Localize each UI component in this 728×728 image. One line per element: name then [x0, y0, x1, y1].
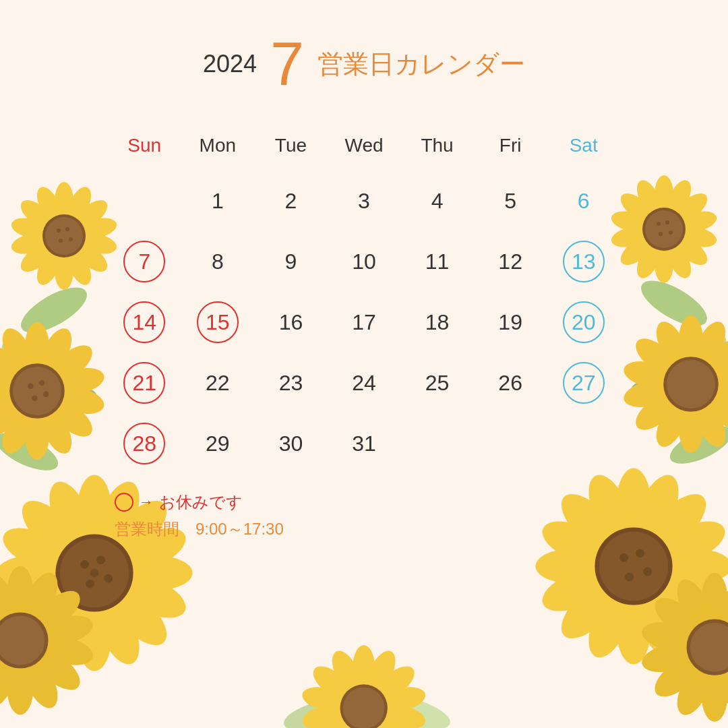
- cell-13: 13: [547, 234, 620, 289]
- svg-point-141: [619, 553, 628, 562]
- cell-9: 9: [254, 234, 328, 289]
- cell-25: 25: [400, 355, 474, 411]
- svg-point-64: [86, 580, 94, 588]
- cell-11: 11: [400, 234, 474, 289]
- header-sun: Sun: [108, 128, 181, 163]
- cell-1: 1: [181, 173, 255, 229]
- legend-hours: 営業時間 9:00～17:30: [115, 518, 620, 540]
- month-number: 7: [270, 34, 304, 94]
- cell-20: 20: [547, 295, 620, 350]
- calendar-weeks: - 1 2 3 4 5 6 7 8 9 10 11 12 13: [108, 173, 620, 471]
- svg-point-62: [80, 560, 89, 569]
- cell-empty2: -: [400, 416, 474, 471]
- svg-point-63: [96, 555, 105, 564]
- legend-circle-icon: [115, 493, 133, 512]
- week-4: 21 22 23 24 25 26 27: [108, 355, 620, 411]
- week-5: 28 29 30 31 - - -: [108, 416, 620, 471]
- page: 2024 7 営業日カレンダー Sun Mon Tue Wed Thu Fri …: [0, 0, 728, 728]
- legend-rest: → お休みです: [115, 491, 620, 513]
- day-headers: Sun Mon Tue Wed Thu Fri Sat: [108, 128, 620, 163]
- header: 2024 7 営業日カレンダー: [108, 34, 620, 94]
- cell-30: 30: [254, 416, 328, 471]
- cell-6: 6: [547, 173, 620, 229]
- svg-point-140: [599, 532, 668, 601]
- cell-empty: -: [108, 173, 181, 229]
- cell-29: 29: [181, 416, 255, 471]
- cell-3: 3: [328, 173, 401, 229]
- cell-8: 8: [181, 234, 255, 289]
- cell-empty3: -: [474, 416, 547, 471]
- week-1: - 1 2 3 4 5 6: [108, 173, 620, 229]
- cell-17: 17: [328, 295, 401, 350]
- cell-12: 12: [474, 234, 547, 289]
- calendar-grid: Sun Mon Tue Wed Thu Fri Sat - 1 2 3 4 5 …: [108, 128, 620, 471]
- cell-27: 27: [547, 355, 620, 411]
- cell-2: 2: [254, 173, 328, 229]
- header-wed: Wed: [328, 128, 401, 163]
- svg-point-178: [343, 687, 385, 728]
- cell-22: 22: [181, 355, 255, 411]
- cell-21: 21: [108, 355, 181, 411]
- cell-26: 26: [474, 355, 547, 411]
- cell-7: 7: [108, 234, 181, 289]
- svg-point-144: [643, 568, 652, 576]
- cell-15: 15: [181, 295, 255, 350]
- legend-hours-text: 営業時間 9:00～17:30: [115, 520, 284, 538]
- cell-28: 28: [108, 416, 181, 471]
- week-2: 7 8 9 10 11 12 13: [108, 234, 620, 289]
- cell-empty4: -: [547, 416, 620, 471]
- cell-14: 14: [108, 295, 181, 350]
- year: 2024: [203, 50, 257, 78]
- cell-23: 23: [254, 355, 328, 411]
- week-3: 14 15 16 17 18 19 20: [108, 295, 620, 350]
- header-tue: Tue: [254, 128, 328, 163]
- header-sat: Sat: [547, 128, 620, 163]
- svg-point-142: [636, 549, 644, 557]
- cell-10: 10: [328, 234, 401, 289]
- cell-24: 24: [328, 355, 401, 411]
- calendar-title: 営業日カレンダー: [317, 47, 525, 82]
- svg-point-65: [104, 574, 113, 583]
- cell-4: 4: [400, 173, 474, 229]
- header-mon: Mon: [181, 128, 255, 163]
- cell-31: 31: [328, 416, 401, 471]
- cell-18: 18: [400, 295, 474, 350]
- cell-16: 16: [254, 295, 328, 350]
- legend-arrow: →: [139, 493, 154, 511]
- header-fri: Fri: [474, 128, 547, 163]
- cell-19: 19: [474, 295, 547, 350]
- svg-point-143: [625, 573, 634, 582]
- header-thu: Thu: [400, 128, 474, 163]
- svg-point-66: [90, 569, 99, 578]
- calendar-container: 2024 7 営業日カレンダー Sun Mon Tue Wed Thu Fri …: [0, 0, 728, 540]
- legend-rest-text: お休みです: [159, 491, 243, 513]
- cell-5: 5: [474, 173, 547, 229]
- legend: → お休みです 営業時間 9:00～17:30: [108, 491, 620, 540]
